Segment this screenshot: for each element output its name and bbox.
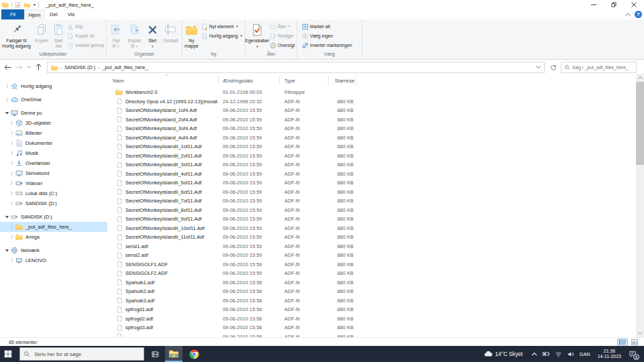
file-row[interactable]: SecretOfMonkeyIslandIi_6of11.Adf 09-06-2… — [107, 188, 636, 197]
select-all-button[interactable]: Markér alt — [301, 22, 354, 31]
column-header-date[interactable]: Ændringsdato — [219, 74, 280, 87]
action-center-button[interactable]: 3 — [629, 350, 637, 358]
expand-chevron-icon[interactable] — [4, 84, 10, 88]
properties-button[interactable]: Egenskaber▼ — [246, 21, 268, 50]
file-row[interactable]: Spahulk3.adf 09-06-2010 15:58 ADF-fil 88… — [107, 296, 636, 306]
tab-home[interactable]: Hjem — [24, 9, 45, 19]
sidebar-item-netv-rk[interactable]: Netværk — [0, 245, 107, 255]
task-view-button[interactable] — [146, 346, 164, 362]
sidebar-item-sandisk-d[interactable]: SANDISK (D:) — [0, 198, 107, 208]
scroll-down-icon[interactable] — [636, 329, 644, 337]
vertical-scrollbar[interactable] — [636, 74, 644, 337]
expand-chevron-icon[interactable] — [9, 235, 15, 239]
refresh-button[interactable] — [547, 62, 559, 73]
expand-chevron-icon[interactable] — [9, 201, 15, 206]
file-row[interactable]: SENSIGOLF2.ADF 09-06-2010 15:59 ADF-fil … — [107, 269, 636, 278]
large-icons-view-button[interactable] — [629, 339, 640, 347]
file-row[interactable]: SecretOfMonkeyIslandIi_10of11.Adf 09-06-… — [107, 224, 636, 233]
new-folder-button[interactable]: Nymappe — [183, 21, 200, 50]
file-row[interactable]: SecretOfMonkeyIslandIi_7of11.Adf 09-06-2… — [107, 196, 636, 206]
help-icon[interactable]: ? — [635, 11, 642, 18]
copy-to-button[interactable]: Kopiértil ▼ — [125, 21, 144, 50]
expand-chevron-icon[interactable] — [4, 248, 10, 253]
battery-icon[interactable] — [542, 350, 550, 358]
file-row[interactable]: SecretOfMonkeyIslandIi_3of11.Adf 09-06-2… — [107, 160, 636, 170]
file-row[interactable]: 09-06-2010 15:58 ADF-fil 880 KB — [107, 333, 636, 338]
volume-icon[interactable] — [567, 351, 574, 358]
file-row[interactable]: SecretOfMonkeyIsland_2of4.Adf 09-06-2010… — [107, 115, 636, 125]
history-button[interactable]: Oversigt — [268, 41, 296, 50]
sidebar-item-hurtig-adgang[interactable]: Hurtig adgang — [0, 81, 107, 91]
qat-newfolder-button[interactable] — [24, 2, 30, 8]
close-button[interactable] — [624, 0, 644, 9]
column-header-type[interactable]: Type — [280, 74, 329, 87]
file-row[interactable]: spfrogd3.adf 09-06-2010 15:58 ADF-fil 88… — [107, 323, 636, 333]
language-indicator[interactable]: DAN — [580, 351, 590, 357]
expand-chevron-icon[interactable] — [4, 111, 10, 115]
paste-shortcut-button[interactable]: Indsæt genvej — [66, 41, 105, 50]
file-row[interactable]: spfrogd1.adf 09-06-2010 15:58 ADF-fil 88… — [107, 305, 636, 314]
sidebar-item-lokal-disk-c[interactable]: Lokal disk (C:) — [0, 188, 107, 198]
edit-button[interactable]: Rediger — [268, 32, 296, 40]
sidebar-item-musik[interactable]: Musik — [0, 148, 107, 158]
sidebar-item-amiga[interactable]: Amiga — [0, 232, 107, 242]
address-dropdown-icon[interactable] — [536, 66, 541, 69]
ribbon-collapse-icon[interactable] — [625, 13, 631, 16]
expand-chevron-icon[interactable] — [9, 225, 15, 229]
breadcrumb-folder[interactable]: _put_adf_files_here_ — [102, 64, 148, 70]
sidebar-item-videoer[interactable]: Videoer — [0, 178, 107, 188]
tray-expand-icon[interactable] — [531, 352, 537, 356]
cut-button[interactable]: Klip — [66, 22, 105, 31]
sidebar-item-put-adf-files-here[interactable]: _put_adf_files_here_ — [0, 222, 107, 232]
tab-view[interactable]: Vis — [62, 9, 80, 19]
sidebar-item-overf-rsler[interactable]: Overførsler — [0, 158, 107, 168]
up-button[interactable] — [33, 61, 44, 73]
delete-button[interactable]: Slet▼ — [144, 21, 160, 50]
chrome-taskbar-button[interactable] — [185, 346, 203, 362]
file-row[interactable]: SecretOfMonkeyIsland_1of4.Adf 09-06-2010… — [107, 106, 636, 115]
search-box[interactable]: Søg i _put_adf_files_here_ — [561, 62, 637, 73]
file-row[interactable]: SecretOfMonkeyIslandIi_9of11.Adf 09-06-2… — [107, 215, 636, 224]
rename-button[interactable]: Omdøb — [160, 21, 181, 50]
move-to-button[interactable]: Flyttil ▼ — [107, 21, 125, 50]
expand-chevron-icon[interactable] — [9, 131, 15, 135]
quick-access-button[interactable]: Hurtig adgang▼ — [200, 32, 244, 40]
file-row[interactable]: Workbench2.0 01-01-2106 00:03 Filmappe — [107, 88, 636, 97]
breadcrumb-drive[interactable]: SANDISK (D:) — [64, 64, 95, 70]
file-row[interactable]: Spahulk2.adf 09-06-2010 15:58 ADF-fil 88… — [107, 287, 636, 296]
details-view-button[interactable] — [617, 339, 628, 347]
address-breadcrumb[interactable]: › SANDISK (D:) › _put_adf_files_here_ — [47, 62, 545, 73]
tab-share[interactable]: Del — [45, 9, 62, 19]
qat-properties-button[interactable] — [15, 2, 21, 8]
sidebar-item-denne-pc[interactable]: Denne pc — [0, 108, 107, 118]
select-none-button[interactable]: Vælg ingen — [301, 32, 354, 40]
file-row[interactable]: SecretOfMonkeyIslandIi_11of11.Adf 09-06-… — [107, 233, 636, 242]
weather-widget[interactable]: 14°C Skyet — [484, 349, 523, 359]
file-row[interactable]: SecretOfMonkeyIslandIi_8of11.Adf 09-06-2… — [107, 206, 636, 215]
copy-path-button[interactable]: Kopiér sti — [66, 32, 105, 40]
start-button[interactable] — [0, 346, 16, 362]
scrollbar-thumb[interactable] — [636, 82, 644, 165]
open-button[interactable]: Åbn▼ — [268, 22, 296, 31]
sidebar-item-billeder[interactable]: Billeder — [0, 128, 107, 138]
sidebar-item-lenovo[interactable]: LENOVO — [0, 255, 107, 265]
file-row[interactable]: SENSIGOLF1.ADF 09-06-2010 15:59 ADF-fil … — [107, 260, 636, 269]
file-row[interactable]: sensi2.adf 09-06-2010 15:59 ADF-fil 880 … — [107, 251, 636, 260]
clock[interactable]: 21:36 14-11-2023 — [598, 349, 621, 360]
qat-customize-button[interactable]: ▾ — [34, 3, 36, 7]
taskbar-search-box[interactable]: Skriv her for at søge — [19, 347, 144, 361]
expand-chevron-icon[interactable] — [9, 141, 15, 145]
column-header-size[interactable]: Størrelse — [329, 74, 356, 87]
file-row[interactable]: Spahulk1.adf 09-06-2010 15:58 ADF-fil 88… — [107, 278, 636, 288]
expand-chevron-icon[interactable] — [9, 121, 15, 125]
file-row[interactable]: SecretOfMonkeyIslandIi_4of11.Adf 09-06-2… — [107, 170, 636, 179]
sidebar-item-3d-objekter[interactable]: 3D-objekter — [0, 118, 107, 128]
paste-button[interactable]: Sætind — [51, 21, 66, 50]
back-button[interactable] — [2, 61, 13, 73]
invert-selection-button[interactable]: Invertér markeringen — [301, 41, 354, 50]
new-item-button[interactable]: Nyt element▼ — [200, 22, 244, 31]
file-row[interactable]: SecretOfMonkeyIsland_3of4.Adf 09-06-2010… — [107, 124, 636, 133]
file-row[interactable]: spfrogd2.adf 09-06-2010 15:58 ADF-fil 88… — [107, 314, 636, 324]
column-header-name[interactable]: Navn — [107, 74, 219, 87]
expand-chevron-icon[interactable] — [9, 171, 15, 176]
